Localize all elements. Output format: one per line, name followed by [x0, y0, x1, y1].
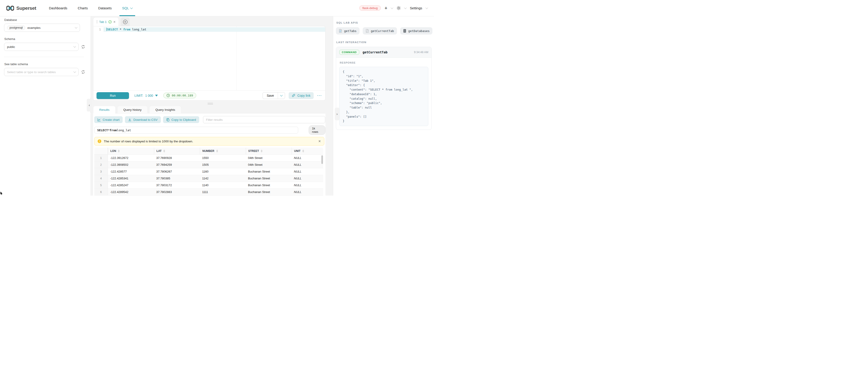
schema-label: Schema [4, 37, 87, 41]
interaction-card-header: COMMAND getCurrentTab 9:34:48 AM [336, 47, 432, 58]
column-header-street[interactable]: STREET [246, 148, 291, 154]
table-cell: 04th Street [246, 155, 291, 161]
table-cell: -122.3908502 [108, 161, 154, 168]
table-cell: 37.7690928 [154, 155, 200, 161]
link-icon [292, 94, 295, 97]
column-header-lat[interactable]: LAT [154, 148, 200, 154]
nav-item-charts[interactable]: Charts [78, 0, 88, 16]
editor-tab[interactable]: Tab 1 ✕ [93, 17, 119, 26]
refresh-icon[interactable] [81, 45, 85, 49]
command-name: getCurrentTab [363, 51, 388, 54]
api-chip-getdatabases[interactable]: getDatabases [400, 27, 433, 34]
table-row: 4-122.428534137.7803851142Buchanan Stree… [94, 175, 323, 182]
sun-icon[interactable] [397, 6, 401, 10]
panel-resize-handle[interactable] [208, 103, 213, 104]
table-row: 1-122.391267237.7690928155004th StreetNU… [94, 155, 323, 161]
settings-menu[interactable]: Settings [410, 6, 422, 10]
database-select[interactable]: postgresql examples [4, 24, 80, 32]
chart-icon [97, 118, 101, 122]
tabs-page-icon [339, 29, 342, 33]
tab-query-insights[interactable]: Query Insights [149, 106, 181, 113]
nav-right: flask-debug + Settings [359, 0, 428, 16]
save-menu-button[interactable] [278, 92, 285, 99]
api-chip-gettabs[interactable]: getTabs [336, 27, 360, 34]
nav-item-dashboards[interactable]: Dashboards [49, 0, 67, 16]
sort-icon [261, 150, 262, 152]
table-row: 6-122.428954237.78028831111Buchanan Stre… [94, 189, 323, 195]
table-cell: 37.780385 [154, 175, 200, 182]
download-icon [128, 118, 131, 122]
editor-toolbar: Run LIMIT: 1 000 00:00:00.189 [93, 90, 325, 100]
response-label: RESPONSE [340, 61, 428, 64]
row-number: 4 [94, 175, 108, 182]
table-cell: Buchanan Street [246, 175, 291, 182]
chevron-down-icon [130, 6, 133, 9]
warning-text: The number of rows displayed is limited … [104, 140, 193, 143]
drag-dots-icon[interactable] [96, 20, 98, 23]
api-chip-getcurrenttab[interactable]: getCurrentTab [363, 27, 397, 34]
create-chart-button[interactable]: Create chart [94, 116, 123, 123]
more-actions-button[interactable]: ··· [317, 94, 322, 97]
plus-circle-icon: + [123, 20, 127, 24]
add-tab-button[interactable]: + [121, 18, 130, 26]
warning-icon: ! [98, 139, 101, 143]
table-cell: 1505 [200, 161, 246, 168]
vertical-scrollbar[interactable] [321, 155, 323, 164]
table-cell: 1111 [200, 189, 246, 195]
table-select[interactable]: Select table or type to search tables [4, 68, 79, 76]
cabinet-icon [403, 29, 406, 33]
run-button[interactable]: Run [96, 92, 129, 99]
collapse-sidebar-button[interactable]: ‹ [87, 99, 92, 111]
superset-brand[interactable]: Superset [6, 0, 36, 16]
column-header-unit[interactable]: UNIT [291, 148, 323, 154]
new-item-button[interactable]: + [384, 6, 388, 11]
close-icon[interactable]: ✕ [318, 139, 321, 143]
nav-item-sql[interactable]: SQL [122, 0, 132, 16]
limit-dropdown[interactable]: LIMIT: 1 000 [134, 94, 158, 97]
column-header-lon[interactable]: LON [108, 148, 154, 154]
table-select-placeholder: Select table or type to search tables [7, 70, 56, 74]
tab-results[interactable]: Results [93, 106, 116, 113]
chevron-down-icon [73, 70, 76, 73]
table-cell: 37.7806267 [154, 168, 200, 175]
top-nav: Superset Dashboards Charts Datasets SQL … [0, 0, 434, 17]
api-panel-title: SQL LAB APIS [336, 21, 432, 24]
database-label: Database [4, 18, 87, 22]
copy-clipboard-button[interactable]: Copy to Clipboard [163, 116, 199, 123]
text-caret [106, 28, 107, 31]
table-cell: 1142 [200, 175, 246, 182]
table-row: 2-122.390850237.7694259150504th StreetNU… [94, 161, 323, 168]
brand-name: Superset [17, 5, 36, 11]
copy-link-button[interactable]: Copy link [289, 92, 314, 99]
chevron-down-icon [75, 26, 77, 28]
table-cell: 1140 [200, 182, 246, 189]
tab-query-history[interactable]: Query history [117, 106, 148, 113]
download-csv-button[interactable]: Download to CSV [125, 116, 161, 123]
chevron-down-icon[interactable] [404, 6, 406, 9]
results-panel: Results Query history Query Insights Cre… [93, 106, 326, 195]
database-engine-tag: postgresql [7, 26, 25, 30]
schema-select[interactable]: public [4, 43, 79, 51]
column-header-number[interactable]: NUMBER [200, 148, 246, 154]
row-number: 3 [94, 168, 108, 175]
table-cell: -122.428577 [108, 168, 154, 175]
sql-code-editor[interactable]: 1 SELECT * from long_lat [93, 26, 325, 90]
refresh-icon[interactable] [81, 70, 85, 74]
table-row: 3-122.42857737.78062671160Buchanan Stree… [94, 168, 323, 175]
line-number: 1 [93, 27, 101, 32]
clock-icon [166, 94, 170, 97]
sql-editor-card: 1 SELECT * from long_lat Run LIMIT: 1 00… [93, 26, 326, 101]
filter-results-input[interactable] [203, 116, 325, 123]
schema-value: public [7, 45, 15, 48]
save-button[interactable]: Save [263, 92, 278, 99]
collapse-right-panel-button[interactable]: › [335, 108, 339, 120]
chevron-down-icon[interactable] [425, 6, 428, 9]
close-icon[interactable]: ✕ [113, 20, 116, 24]
chevron-down-icon[interactable] [391, 6, 393, 9]
nav-item-datasets[interactable]: Datasets [98, 0, 112, 16]
row-number-header [94, 148, 108, 154]
response-json: { "id": "1", "title": "Tab 1", "editor":… [339, 67, 428, 126]
results-grid-header: LON LAT NUMBER STREET [94, 148, 323, 155]
table-cell: 04th Street [246, 161, 291, 168]
environment-badge: flask-debug [359, 5, 381, 11]
